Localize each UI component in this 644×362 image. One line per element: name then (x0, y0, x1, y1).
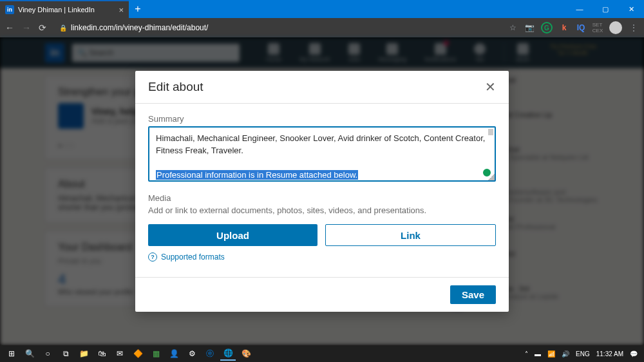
window-close[interactable]: ✕ (618, 0, 644, 18)
settings-taskbar-icon[interactable]: ⚙ (184, 347, 200, 361)
tab-title: Viney Dhiman | LinkedIn (18, 6, 95, 14)
nav-forward-icon: → (22, 23, 31, 33)
paint-icon[interactable]: 🎨 (238, 347, 254, 361)
battery-icon[interactable]: ▬ (535, 350, 541, 357)
mail-icon[interactable]: ✉ (112, 347, 128, 361)
upload-button[interactable]: Upload (148, 224, 317, 246)
browser-address-bar: ← → ⟳ 🔒 linkedin.com/in/viney-dhiman/edi… (0, 18, 644, 37)
app-icon-1[interactable]: 🔶 (130, 347, 146, 361)
notifications-icon[interactable]: 💬 (630, 350, 638, 357)
store-icon[interactable]: 🛍 (94, 347, 109, 361)
supported-formats-link[interactable]: ? Supported formats (148, 252, 496, 262)
help-icon: ? (148, 252, 157, 262)
browser-menu-icon[interactable]: ⋮ (629, 23, 639, 33)
textarea-scrollbar[interactable] (488, 129, 493, 135)
window-controls: — ▢ ✕ (567, 0, 644, 18)
iq-ext-icon[interactable]: IQ (576, 23, 586, 33)
set-ext-icon[interactable]: SETCEX (592, 23, 603, 33)
edge-icon[interactable]: ⓔ (202, 347, 218, 361)
summary-textarea[interactable]: Himachali, Mechanical Engineer, Snooker … (148, 126, 496, 182)
modal-header: Edit about ✕ (135, 71, 509, 104)
nav-back-icon[interactable]: ← (5, 23, 14, 33)
tray-expand-icon[interactable]: ˄ (525, 350, 528, 357)
browser-tab[interactable]: in Viney Dhiman | LinkedIn × (0, 0, 129, 18)
wifi-icon[interactable]: 📶 (547, 350, 555, 357)
grammarly-ext-icon[interactable]: G (541, 22, 553, 33)
modal-title: Edit about (148, 80, 204, 94)
k-ext-icon[interactable]: k (559, 23, 569, 33)
tab-close-icon[interactable]: × (118, 5, 124, 15)
windows-taskbar: ⊞ 🔍 ○ ⧉ 📁 🛍 ✉ 🔶 ▦ 👤 ⚙ ⓔ 🌐 🎨 ˄ ▬ 📶 🔊 ENG … (0, 345, 644, 362)
window-minimize[interactable]: — (567, 0, 592, 18)
app-icon-3[interactable]: 👤 (166, 347, 182, 361)
taskview-icon[interactable]: ⧉ (58, 347, 73, 361)
edit-about-modal: Edit about ✕ Summary Himachali, Mechanic… (135, 71, 509, 312)
url-bar[interactable]: 🔒 linkedin.com/in/viney-dhiman/edit/abou… (59, 23, 208, 32)
cortana-icon[interactable]: ○ (40, 347, 55, 361)
lock-icon: 🔒 (59, 24, 67, 32)
start-button[interactable]: ⊞ (4, 347, 19, 361)
explorer-icon[interactable]: 📁 (76, 347, 91, 361)
media-description: Add or link to external documents, photo… (148, 205, 496, 215)
summary-label: Summary (148, 114, 496, 124)
chrome-icon[interactable]: 🌐 (220, 347, 236, 361)
clock[interactable]: 11:32 AM (596, 350, 623, 357)
browser-profile-avatar[interactable] (609, 21, 622, 34)
window-maximize[interactable]: ▢ (592, 0, 618, 18)
summary-text-line1: Himachali, Mechanical Engineer, Snooker … (156, 133, 485, 155)
modal-overlay: Edit about ✕ Summary Himachali, Mechanic… (0, 37, 644, 345)
close-icon[interactable]: ✕ (485, 81, 496, 93)
media-label: Media (148, 193, 496, 203)
save-button[interactable]: Save (450, 285, 496, 304)
star-icon[interactable]: ☆ (507, 23, 518, 33)
volume-icon[interactable]: 🔊 (562, 350, 569, 357)
browser-titlebar: in Viney Dhiman | LinkedIn × + — ▢ ✕ (0, 0, 644, 18)
search-taskbar-icon[interactable]: 🔍 (22, 347, 37, 361)
camera-ext-icon[interactable]: 📷 (524, 23, 535, 33)
resize-handle-icon[interactable] (488, 174, 495, 180)
linkedin-favicon: in (5, 5, 14, 14)
link-button[interactable]: Link (325, 224, 496, 246)
summary-text-selected: Professional information is in Resume at… (156, 170, 358, 180)
nav-reload-icon[interactable]: ⟳ (39, 23, 46, 33)
app-icon-2[interactable]: ▦ (148, 347, 164, 361)
url-text: linkedin.com/in/viney-dhiman/edit/about/ (71, 23, 208, 32)
new-tab-button[interactable]: + (129, 3, 147, 15)
language-indicator[interactable]: ENG (576, 350, 590, 357)
